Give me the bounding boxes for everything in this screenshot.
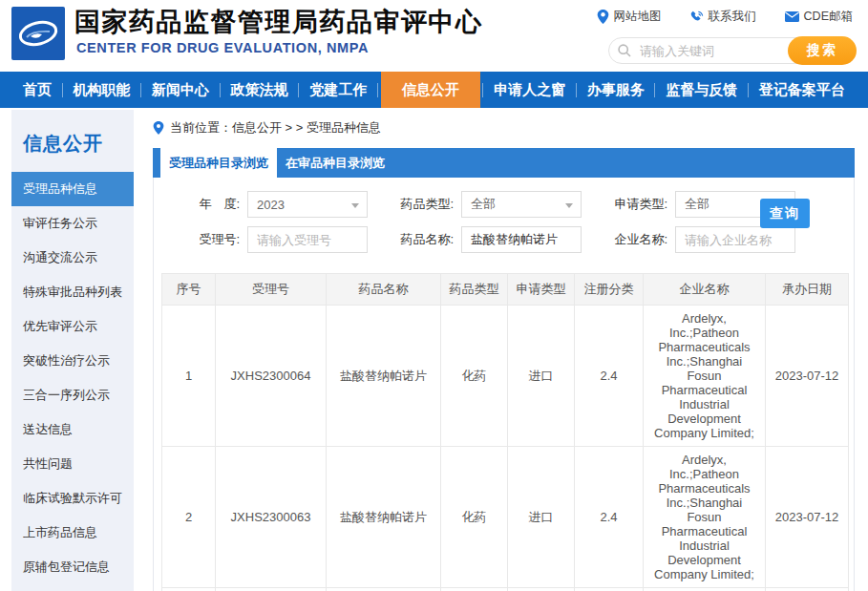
site-header: 国家药品监督管理局药品审评中心 CENTER FOR DRUG EVALUATI… <box>0 0 868 72</box>
sidebar-title: 信息公开 <box>11 110 134 172</box>
main-content: 当前位置：信息公开 > > 受理品种信息 受理品种目录浏览 在审品种目录浏览 年… <box>153 116 855 591</box>
year-select[interactable]: 2023 <box>247 191 368 218</box>
mailbox-link[interactable]: CDE邮箱 <box>785 9 853 25</box>
acceptance-no-filter: 受理号: <box>180 226 368 253</box>
nav-item-2[interactable]: 新闻中心 <box>144 72 217 108</box>
table-cell-r0-c1: JXHS2300064 <box>216 306 327 447</box>
site-title: 国家药品监督管理局药品审评中心 <box>74 5 483 39</box>
nav-item-6[interactable]: 申请人之窗 <box>486 72 573 108</box>
table-cell-r2-c3: 化药 <box>441 588 508 591</box>
sidebar-item-5[interactable]: 突破性治疗公示 <box>11 344 134 378</box>
company-filter: 企业名称: <box>608 226 795 253</box>
col-header-5: 注册分类 <box>575 274 644 306</box>
drug-type-select[interactable]: 全部 <box>461 191 582 218</box>
results-table-head: 序号受理号药品名称药品类型申请类型注册分类企业名称承办日期 <box>162 274 849 306</box>
site-subtitle: CENTER FOR DRUG EVALUATION, NMPA <box>76 40 369 55</box>
cde-logo-icon <box>11 7 65 60</box>
sidebar-menu: 受理品种信息审评任务公示沟通交流公示特殊审批品种列表优先审评公示突破性治疗公示三… <box>11 172 134 591</box>
sidebar-item-2[interactable]: 沟通交流公示 <box>11 241 134 275</box>
mail-icon <box>785 11 799 22</box>
sidebar-item-9[interactable]: 临床试验默示许可 <box>11 481 134 516</box>
table-row-1: 2JXHS2300063盐酸替纳帕诺片化药进口2.4Ardelyx, Inc.;… <box>162 447 849 588</box>
nav-separator <box>220 83 221 97</box>
company-label: 企业名称: <box>608 231 667 248</box>
year-filter: 年 度: 2023 <box>180 191 368 218</box>
breadcrumb: 当前位置：信息公开 > > 受理品种信息 <box>153 116 855 140</box>
col-header-1: 受理号 <box>216 274 327 306</box>
query-button[interactable]: 查询 <box>760 199 810 228</box>
quick-links: 网站地图 联系我们 CDE邮箱 <box>597 9 853 25</box>
nav-item-9[interactable]: 登记备案平台 <box>752 72 853 108</box>
sidebar-item-11[interactable]: 原辅包登记信息 <box>11 550 134 584</box>
nav-item-7[interactable]: 办事服务 <box>580 72 652 108</box>
table-cell-r1-c6: Ardelyx, Inc.;Patheon Pharmaceuticals In… <box>644 447 766 588</box>
tab-bar: 受理品种目录浏览 在审品种目录浏览 <box>153 148 855 178</box>
sidebar-item-12[interactable]: 药品目录集信息 <box>11 584 134 591</box>
table-cell-r0-c4: 进口 <box>508 306 575 447</box>
mailbox-label: CDE邮箱 <box>804 9 853 25</box>
sitemap-label: 网站地图 <box>614 9 662 25</box>
nav-separator <box>298 83 299 97</box>
sitemap-link[interactable]: 网站地图 <box>597 9 662 25</box>
table-cell-r2-c4: 进口 <box>508 588 575 591</box>
company-input[interactable] <box>675 226 795 253</box>
col-header-7: 承办日期 <box>766 274 849 306</box>
drug-name-label: 药品名称: <box>394 231 454 248</box>
search-button[interactable]: 搜索 <box>788 36 857 65</box>
nav-item-1[interactable]: 机构职能 <box>66 72 138 108</box>
table-cell-r2-c0: 3 <box>162 588 216 591</box>
year-label: 年 度: <box>180 196 240 213</box>
col-header-3: 药品类型 <box>441 274 508 306</box>
nav-separator <box>62 83 63 97</box>
sidebar: 信息公开 受理品种信息审评任务公示沟通交流公示特殊审批品种列表优先审评公示突破性… <box>11 110 134 591</box>
chevron-down-icon <box>351 203 359 208</box>
table-cell-r2-c5: 2.4 <box>575 588 644 591</box>
tab-accepted-catalog[interactable]: 受理品种目录浏览 <box>160 148 277 178</box>
nav-item-4[interactable]: 党建工作 <box>302 72 374 108</box>
sidebar-item-3[interactable]: 特殊审批品种列表 <box>11 275 134 309</box>
main-nav: 首页机构职能新闻中心政策法规党建工作信息公开申请人之窗办事服务监督与反馈登记备案… <box>0 72 868 108</box>
nav-separator <box>654 83 655 97</box>
sidebar-item-7[interactable]: 送达信息 <box>11 412 134 447</box>
acceptance-no-input[interactable] <box>247 226 368 253</box>
sidebar-item-0[interactable]: 受理品种信息 <box>11 172 134 206</box>
nav-item-3[interactable]: 政策法规 <box>223 72 296 108</box>
drug-type-label: 药品类型: <box>394 196 454 213</box>
table-row-2: 3JXHS2300062盐酸替纳帕诺片化药进口2.4Ardelyx, Inc.;… <box>162 588 849 591</box>
table-cell-r1-c2: 盐酸替纳帕诺片 <box>327 447 441 588</box>
contact-link[interactable]: 联系我们 <box>690 9 756 25</box>
sidebar-item-6[interactable]: 三合一序列公示 <box>11 378 134 412</box>
drug-type-filter: 药品类型: 全部 <box>394 191 582 218</box>
results-table: 序号受理号药品名称药品类型申请类型注册分类企业名称承办日期 1JXHS23000… <box>161 273 849 591</box>
apply-type-select-value: 全部 <box>685 196 709 213</box>
table-cell-r1-c5: 2.4 <box>575 447 644 588</box>
table-cell-r0-c2: 盐酸替纳帕诺片 <box>327 306 441 447</box>
table-cell-r1-c7: 2023-07-12 <box>766 447 849 588</box>
location-pin-icon <box>153 121 164 135</box>
sidebar-item-1[interactable]: 审评任务公示 <box>11 206 134 241</box>
table-header-row: 序号受理号药品名称药品类型申请类型注册分类企业名称承办日期 <box>162 274 849 306</box>
nav-separator <box>140 83 141 97</box>
drug-name-input[interactable] <box>461 226 582 253</box>
cde-logo[interactable] <box>11 7 65 60</box>
tab-under-review-catalog[interactable]: 在审品种目录浏览 <box>277 148 393 178</box>
nav-item-5[interactable]: 信息公开 <box>381 72 480 108</box>
table-cell-r0-c0: 1 <box>162 306 216 447</box>
sidebar-item-4[interactable]: 优先审评公示 <box>11 309 134 344</box>
year-select-value: 2023 <box>257 198 285 212</box>
table-cell-r0-c5: 2.4 <box>575 306 644 447</box>
filter-row-2: 受理号: 药品名称: 企业名称: <box>154 226 854 253</box>
results-table-body: 1JXHS2300064盐酸替纳帕诺片化药进口2.4Ardelyx, Inc.;… <box>162 306 849 591</box>
table-cell-r0-c3: 化药 <box>441 306 508 447</box>
nav-item-8[interactable]: 监督与反馈 <box>658 72 745 108</box>
table-cell-r0-c6: Ardelyx, Inc.;Patheon Pharmaceuticals In… <box>644 306 766 447</box>
sidebar-item-8[interactable]: 共性问题 <box>11 447 134 481</box>
table-row-0: 1JXHS2300064盐酸替纳帕诺片化药进口2.4Ardelyx, Inc.;… <box>162 306 849 447</box>
nav-separator <box>576 83 577 97</box>
col-header-6: 企业名称 <box>644 274 766 306</box>
filter-form: 年 度: 2023 药品类型: 全部 申请类 <box>154 178 854 269</box>
col-header-4: 申请类型 <box>508 274 575 306</box>
sidebar-item-10[interactable]: 上市药品信息 <box>11 516 134 550</box>
drug-type-select-value: 全部 <box>471 196 496 213</box>
nav-item-0[interactable]: 首页 <box>15 72 59 108</box>
